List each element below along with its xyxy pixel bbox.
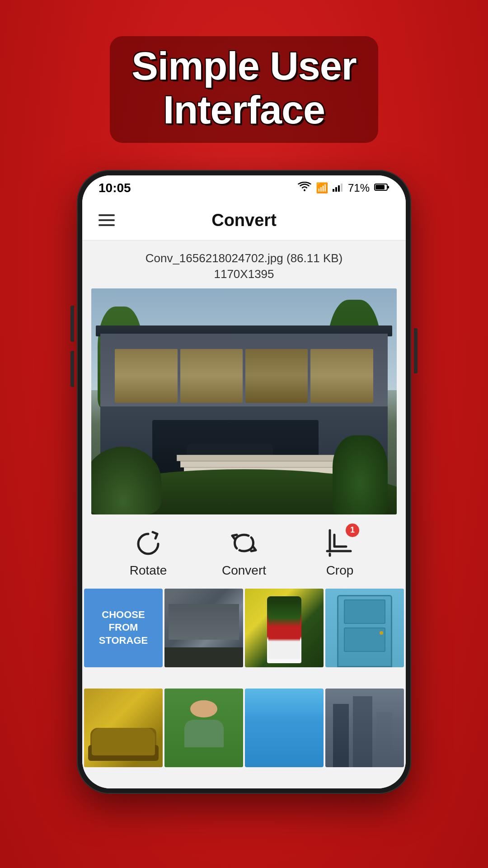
convert-button[interactable]: Convert	[217, 527, 271, 578]
window-row	[115, 349, 373, 403]
action-buttons-row: Rotate Convert	[82, 514, 406, 587]
headline-container: Simple User Interface	[110, 36, 378, 143]
status-bar: 10:05 📶	[82, 175, 406, 201]
gallery-item-building2[interactable]	[325, 689, 404, 767]
call-icon: 📶	[316, 182, 328, 194]
file-info: Conv_1656218024702.jpg (86.11 KB) 1170X1…	[82, 241, 406, 288]
house-scene	[91, 288, 397, 514]
right-bush	[333, 435, 388, 514]
svg-rect-7	[388, 186, 389, 189]
battery-icon	[374, 183, 389, 193]
rotate-button[interactable]: Rotate	[121, 527, 175, 578]
status-time: 10:05	[99, 181, 131, 195]
volume-up-button	[70, 306, 74, 342]
file-name: Conv_1656218024702.jpg (86.11 KB)	[91, 251, 397, 265]
convert-icon	[228, 527, 260, 559]
gallery-item-person[interactable]	[164, 689, 243, 767]
gallery-grid: CHOOSE FROM STORAGE	[82, 587, 406, 788]
image-preview	[91, 288, 397, 514]
crop-button[interactable]: 1 Crop	[313, 527, 367, 578]
signal-icon	[333, 183, 343, 193]
gallery-item-sky[interactable]	[245, 689, 324, 767]
content-area: Conv_1656218024702.jpg (86.11 KB) 1170X1…	[82, 241, 406, 788]
svg-rect-4	[341, 184, 343, 192]
wifi-icon	[298, 182, 311, 194]
rotate-icon	[132, 527, 164, 559]
headline-bg: Simple User Interface	[110, 36, 378, 143]
svg-rect-1	[333, 189, 334, 192]
crop-badge: 1	[346, 524, 359, 537]
svg-rect-2	[335, 187, 337, 192]
convert-label: Convert	[222, 563, 266, 578]
rotate-label: Rotate	[130, 563, 167, 578]
app-bar: Convert	[82, 201, 406, 241]
choose-from-storage-button[interactable]: CHOOSE FROM STORAGE	[84, 589, 163, 667]
upper-facade	[100, 334, 387, 411]
phone-mockup: 10:05 📶	[77, 170, 411, 794]
volume-down-button	[70, 351, 74, 387]
power-button	[414, 328, 418, 373]
gallery-item-house[interactable]	[164, 589, 243, 667]
gallery-item-bottle[interactable]: ROOTS & SHOOTS	[245, 589, 324, 667]
status-icons: 📶 71%	[298, 182, 389, 194]
svg-rect-3	[338, 185, 340, 192]
gallery-item-car[interactable]	[84, 689, 163, 767]
file-dimensions: 1170X1395	[91, 267, 397, 281]
app-title: Convert	[115, 211, 373, 230]
gallery-item-door[interactable]	[325, 589, 404, 667]
choose-storage-label: CHOOSE FROM STORAGE	[95, 605, 151, 651]
crop-icon-wrap: 1	[324, 527, 356, 559]
svg-point-0	[304, 189, 305, 191]
battery-percentage: 71%	[348, 182, 370, 194]
hamburger-menu-button[interactable]	[99, 214, 115, 226]
phone-screen: 10:05 📶	[82, 175, 406, 788]
headline-text: Simple User Interface	[131, 44, 357, 132]
svg-rect-6	[375, 185, 385, 189]
crop-label: Crop	[326, 563, 354, 578]
